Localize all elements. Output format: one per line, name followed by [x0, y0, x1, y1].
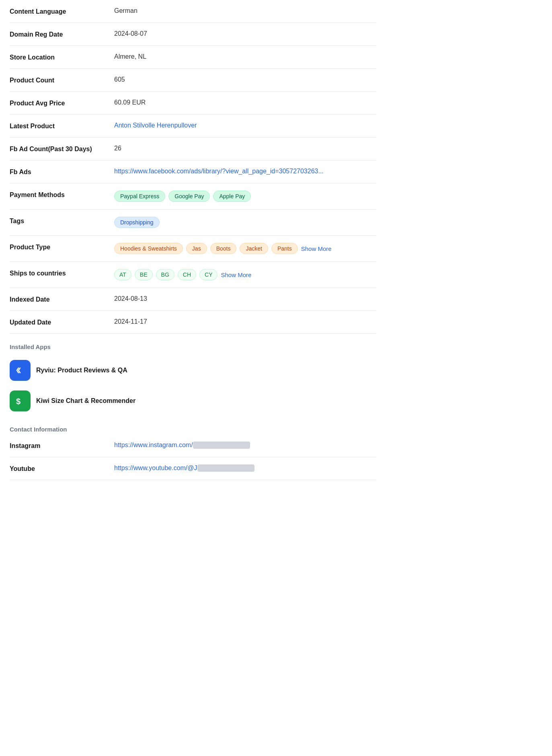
- badge-google-pay: Google Pay: [168, 191, 210, 202]
- label-instagram: Instagram: [10, 442, 114, 450]
- label-product-avg-price: Product Avg Price: [10, 99, 114, 107]
- product-type-tags: Hoodies & Sweatshirts Jas Boots Jacket P…: [114, 243, 376, 254]
- badge-boots: Boots: [210, 243, 237, 254]
- label-domain-reg-date: Domain Reg Date: [10, 30, 114, 38]
- badge-at: AT: [114, 269, 131, 280]
- label-latest-product: Latest Product: [10, 122, 114, 130]
- row-content-language: Content Language German: [10, 0, 376, 23]
- row-product-count: Product Count 605: [10, 69, 376, 92]
- badge-pants: Pants: [271, 243, 298, 254]
- value-youtube[interactable]: https://www.youtube.com/@J: [114, 464, 376, 472]
- svg-text:$: $: [16, 397, 21, 406]
- tags-list: Dropshipping: [114, 217, 376, 228]
- contact-info-title: Contact Information: [10, 416, 376, 434]
- label-product-count: Product Count: [10, 76, 114, 84]
- app-item-kiwi: $ Kiwi Size Chart & Recommender: [10, 386, 376, 416]
- value-product-count: 605: [114, 76, 376, 83]
- app-name-kiwi: Kiwi Size Chart & Recommender: [36, 397, 135, 405]
- badge-dropshipping: Dropshipping: [114, 217, 160, 228]
- app-icon-ryviu: [10, 360, 31, 381]
- row-youtube: Youtube https://www.youtube.com/@J: [10, 457, 376, 480]
- label-ships-to: Ships to countries: [10, 269, 114, 277]
- row-fb-ad-count: Fb Ad Count(Past 30 Days) 26: [10, 138, 376, 160]
- badge-apple-pay: Apple Pay: [213, 191, 251, 202]
- badge-ch: CH: [178, 269, 196, 280]
- value-domain-reg-date: 2024-08-07: [114, 30, 376, 37]
- label-fb-ads: Fb Ads: [10, 168, 114, 176]
- installed-apps-title: Installed Apps: [10, 334, 376, 355]
- value-latest-product[interactable]: Anton Stilvolle Herenpullover: [114, 122, 376, 129]
- row-latest-product: Latest Product Anton Stilvolle Herenpull…: [10, 115, 376, 138]
- row-domain-reg-date: Domain Reg Date 2024-08-07: [10, 23, 376, 46]
- instagram-url-blurred: [193, 442, 250, 449]
- label-product-type: Product Type: [10, 243, 114, 251]
- badge-jacket: Jacket: [240, 243, 268, 254]
- label-updated-date: Updated Date: [10, 318, 114, 326]
- label-youtube: Youtube: [10, 464, 114, 473]
- row-instagram: Instagram https://www.instagram.com/: [10, 434, 376, 457]
- badge-cy: CY: [199, 269, 218, 280]
- badge-be: BE: [135, 269, 153, 280]
- value-content-language: German: [114, 7, 376, 14]
- latest-product-link[interactable]: Anton Stilvolle Herenpullover: [114, 122, 197, 129]
- label-tags: Tags: [10, 217, 114, 225]
- badge-jas: Jas: [186, 243, 207, 254]
- ships-to-tags: AT BE BG CH CY Show More: [114, 269, 376, 280]
- app-name-ryviu: Ryviu: Product Reviews & QA: [36, 367, 127, 374]
- row-payment-methods: Payment Methods Paypal Express Google Pa…: [10, 183, 376, 210]
- fb-ads-link[interactable]: https://www.facebook.com/ads/library/?vi…: [114, 168, 324, 175]
- row-product-avg-price: Product Avg Price 60.09 EUR: [10, 92, 376, 115]
- badge-hoodies-sweatshirts: Hoodies & Sweatshirts: [114, 243, 183, 254]
- youtube-link[interactable]: https://www.youtube.com/@J: [114, 464, 254, 471]
- badge-paypal-express: Paypal Express: [114, 191, 165, 202]
- row-fb-ads: Fb Ads https://www.facebook.com/ads/libr…: [10, 160, 376, 183]
- value-store-location: Almere, NL: [114, 53, 376, 60]
- value-indexed-date: 2024-08-13: [114, 295, 376, 302]
- youtube-url-visible: https://www.youtube.com/@J: [114, 464, 197, 471]
- instagram-url-visible: https://www.instagram.com/: [114, 442, 193, 448]
- youtube-url-blurred: [197, 464, 254, 472]
- row-store-location: Store Location Almere, NL: [10, 46, 376, 69]
- value-payment-methods: Paypal Express Google Pay Apple Pay: [114, 191, 376, 202]
- value-instagram[interactable]: https://www.instagram.com/: [114, 442, 376, 449]
- product-type-show-more[interactable]: Show More: [301, 245, 332, 252]
- label-fb-ad-count: Fb Ad Count(Past 30 Days): [10, 145, 114, 153]
- app-item-ryviu: Ryviu: Product Reviews & QA: [10, 355, 376, 386]
- value-product-avg-price: 60.09 EUR: [114, 99, 376, 106]
- instagram-link[interactable]: https://www.instagram.com/: [114, 442, 250, 448]
- value-tags: Dropshipping: [114, 217, 376, 228]
- label-content-language: Content Language: [10, 7, 114, 15]
- value-ships-to: AT BE BG CH CY Show More: [114, 269, 376, 280]
- label-payment-methods: Payment Methods: [10, 191, 114, 199]
- row-tags: Tags Dropshipping: [10, 210, 376, 236]
- row-updated-date: Updated Date 2024-11-17: [10, 311, 376, 334]
- payment-methods-tags: Paypal Express Google Pay Apple Pay: [114, 191, 376, 202]
- row-indexed-date: Indexed Date 2024-08-13: [10, 288, 376, 311]
- row-product-type: Product Type Hoodies & Sweatshirts Jas B…: [10, 236, 376, 262]
- value-fb-ad-count: 26: [114, 145, 376, 152]
- label-indexed-date: Indexed Date: [10, 295, 114, 303]
- badge-bg: BG: [156, 269, 174, 280]
- value-updated-date: 2024-11-17: [114, 318, 376, 325]
- app-icon-kiwi: $: [10, 390, 31, 411]
- value-product-type: Hoodies & Sweatshirts Jas Boots Jacket P…: [114, 243, 376, 254]
- value-fb-ads[interactable]: https://www.facebook.com/ads/library/?vi…: [114, 168, 376, 175]
- label-store-location: Store Location: [10, 53, 114, 61]
- row-ships-to: Ships to countries AT BE BG CH CY Show M…: [10, 262, 376, 288]
- ships-to-show-more[interactable]: Show More: [221, 271, 251, 278]
